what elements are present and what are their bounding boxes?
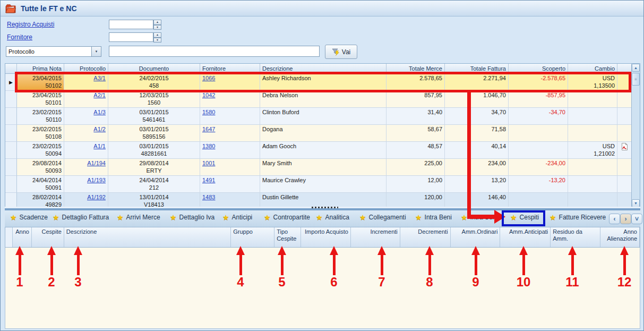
table-row[interactable]: ▶23/04/201550102A3/124/02/20154581066Ash… bbox=[5, 74, 640, 91]
vai-button[interactable]: Vai bbox=[325, 45, 357, 59]
fornitore-spinner[interactable]: ▲ ▼ bbox=[153, 32, 161, 43]
scoperto-cell[interactable] bbox=[509, 142, 568, 159]
protocollo-link[interactable]: A3/1 bbox=[93, 75, 106, 81]
totale-fattura-cell[interactable]: 234,00 bbox=[445, 159, 509, 176]
totale-fattura-cell[interactable]: 34,70 bbox=[445, 108, 509, 125]
cespiti-column-header[interactable]: Descrizione bbox=[64, 227, 231, 247]
tab-collegamenti[interactable]: ★Collegamenti bbox=[359, 214, 406, 221]
tab-arrivi-merce[interactable]: ★Arrivi Merce bbox=[117, 214, 160, 221]
protocollo-cell[interactable]: A1/194 bbox=[64, 159, 108, 176]
prima-nota-cell[interactable]: 28/02/201449829 bbox=[17, 193, 64, 207]
descrizione-cell[interactable]: Mary Smith bbox=[260, 159, 387, 176]
protocollo-cell[interactable]: A2/1 bbox=[64, 91, 108, 108]
cambio-cell[interactable] bbox=[568, 125, 617, 142]
fornitore-link[interactable]: 1042 bbox=[202, 92, 215, 98]
tab-anticipi[interactable]: ★Anticipi bbox=[222, 214, 252, 221]
documento-cell[interactable]: 29/08/2014ERTY bbox=[108, 159, 200, 176]
tab-intra-beni[interactable]: ★Intra Beni bbox=[415, 214, 452, 221]
protocollo-link[interactable]: A1/2 bbox=[93, 126, 106, 132]
scrollbar-thumb[interactable]: ≡ bbox=[632, 73, 640, 86]
protocollo-cell[interactable]: A1/3 bbox=[64, 108, 108, 125]
fornitore-link[interactable]: 1580 bbox=[202, 109, 215, 115]
prima-nota-cell[interactable]: 23/02/201550108 bbox=[17, 125, 64, 142]
tab-fatture-ricevere[interactable]: ★Fatture Ricevere bbox=[549, 214, 606, 221]
protocollo-cell[interactable]: A1/2 bbox=[64, 125, 108, 142]
documento-cell[interactable]: 03/01/201548281661 bbox=[108, 142, 200, 159]
documento-cell[interactable]: 03/01/20155895156 bbox=[108, 125, 200, 142]
spinner-up-icon[interactable]: ▲ bbox=[153, 32, 161, 38]
row-selector-cell[interactable] bbox=[5, 91, 17, 108]
totale-merce-cell[interactable]: 857,95 bbox=[387, 91, 445, 108]
scoperto-cell[interactable] bbox=[509, 193, 568, 207]
row-selector-cell[interactable]: ▶ bbox=[5, 74, 17, 91]
attachment-cell[interactable] bbox=[617, 193, 632, 207]
protocollo-cell[interactable]: A1/192 bbox=[64, 193, 108, 207]
attachment-cell[interactable] bbox=[617, 142, 632, 159]
column-header[interactable]: Totale Fattura bbox=[445, 64, 509, 74]
protocollo-link[interactable]: A1/192 bbox=[87, 194, 106, 200]
column-header[interactable]: Protocollo bbox=[64, 64, 108, 74]
registro-acquisti-spinner[interactable]: ▲ ▼ bbox=[153, 20, 161, 30]
scoperto-cell[interactable]: -2.578,65 bbox=[509, 74, 568, 91]
totale-fattura-cell[interactable]: 1.046,70 bbox=[445, 91, 509, 108]
cespiti-column-header[interactable]: Anno Alienazione bbox=[600, 227, 640, 247]
registro-acquisti-input[interactable] bbox=[109, 20, 153, 29]
tab-scroll-right-icon[interactable]: › bbox=[620, 214, 631, 224]
cespiti-column-header[interactable]: Gruppo bbox=[231, 227, 274, 247]
attachment-cell[interactable] bbox=[617, 176, 632, 193]
panel-splitter[interactable] bbox=[5, 207, 640, 210]
totale-fattura-cell[interactable]: 71,58 bbox=[445, 125, 509, 142]
protocollo-link[interactable]: A1/194 bbox=[87, 160, 106, 166]
totale-fattura-cell[interactable]: 13,20 bbox=[445, 176, 509, 193]
totale-fattura-cell[interactable]: 40,14 bbox=[445, 142, 509, 159]
table-row[interactable]: 28/02/201449829A1/19213/01/2014V18413148… bbox=[5, 193, 640, 207]
prima-nota-cell[interactable]: 23/04/201550102 bbox=[17, 74, 64, 91]
attachment-cell[interactable] bbox=[617, 91, 632, 108]
prima-nota-cell[interactable]: 24/04/201450091 bbox=[17, 176, 64, 193]
documento-cell[interactable]: 03/01/20155461461 bbox=[108, 108, 200, 125]
table-row[interactable]: 24/04/201450091A1/19324/04/20142121491Ma… bbox=[5, 176, 640, 193]
totale-merce-cell[interactable]: 12,00 bbox=[387, 176, 445, 193]
totale-fattura-cell[interactable]: 146,40 bbox=[445, 193, 509, 207]
fornitore-link[interactable]: 1491 bbox=[202, 177, 215, 183]
descrizione-cell[interactable]: Ashley Richardson bbox=[260, 74, 387, 91]
column-header[interactable]: Fornitore bbox=[200, 64, 260, 74]
totale-merce-cell[interactable]: 120,00 bbox=[387, 193, 445, 207]
scoperto-cell[interactable] bbox=[509, 125, 568, 142]
fornitore-link[interactable]: 1647 bbox=[202, 126, 215, 132]
fornitore-link[interactable]: 1066 bbox=[202, 75, 215, 81]
attachment-cell[interactable] bbox=[617, 125, 632, 142]
search-input[interactable] bbox=[109, 46, 320, 57]
documento-cell[interactable]: 24/04/2014212 bbox=[108, 176, 200, 193]
tab-cespiti[interactable]: ★Cespiti bbox=[510, 214, 539, 221]
totale-merce-cell[interactable]: 48,57 bbox=[387, 142, 445, 159]
pdf-icon[interactable] bbox=[621, 146, 628, 152]
fornitore-cell[interactable]: 1483 bbox=[200, 193, 260, 207]
scoperto-cell[interactable]: -13,20 bbox=[509, 176, 568, 193]
protocollo-link[interactable]: A2/1 bbox=[93, 92, 106, 98]
cambio-cell[interactable] bbox=[568, 108, 617, 125]
fornitore-cell[interactable]: 1042 bbox=[200, 91, 260, 108]
descrizione-cell[interactable]: Debra Nelson bbox=[260, 91, 387, 108]
tab-dettaglio-fattura[interactable]: ★Dettaglio Fattura bbox=[53, 214, 109, 221]
attachment-cell[interactable] bbox=[617, 159, 632, 176]
prima-nota-cell[interactable]: 23/02/201550110 bbox=[17, 108, 64, 125]
spinner-down-icon[interactable]: ▼ bbox=[153, 38, 161, 43]
descrizione-cell[interactable]: Clinton Buford bbox=[260, 108, 387, 125]
tab-analitica[interactable]: ★Analitica bbox=[316, 214, 349, 221]
table-row[interactable]: 29/08/201450093A1/19429/08/2014ERTY1001M… bbox=[5, 159, 640, 176]
row-selector-cell[interactable] bbox=[5, 108, 17, 125]
row-selector-cell[interactable] bbox=[5, 176, 17, 193]
protocollo-cell[interactable]: A3/1 bbox=[64, 74, 108, 91]
cespiti-column-header[interactable]: Cespite bbox=[32, 227, 64, 247]
fornitore-cell[interactable]: 1066 bbox=[200, 74, 260, 91]
registro-acquisti-link[interactable]: Registro Acquisti bbox=[7, 21, 54, 28]
spinner-up-icon[interactable]: ▲ bbox=[153, 20, 161, 25]
protocollo-link[interactable]: A1/3 bbox=[93, 109, 106, 115]
protocollo-link[interactable]: A1/1 bbox=[93, 143, 106, 149]
row-selector-cell[interactable] bbox=[5, 159, 17, 176]
column-header[interactable]: Scoperto bbox=[509, 64, 568, 74]
cespiti-column-header[interactable]: Incrementi bbox=[351, 227, 400, 247]
documento-cell[interactable]: 24/02/2015458 bbox=[108, 74, 200, 91]
tab-intra-serv[interactable]: ★Intra Serv bbox=[461, 214, 498, 221]
